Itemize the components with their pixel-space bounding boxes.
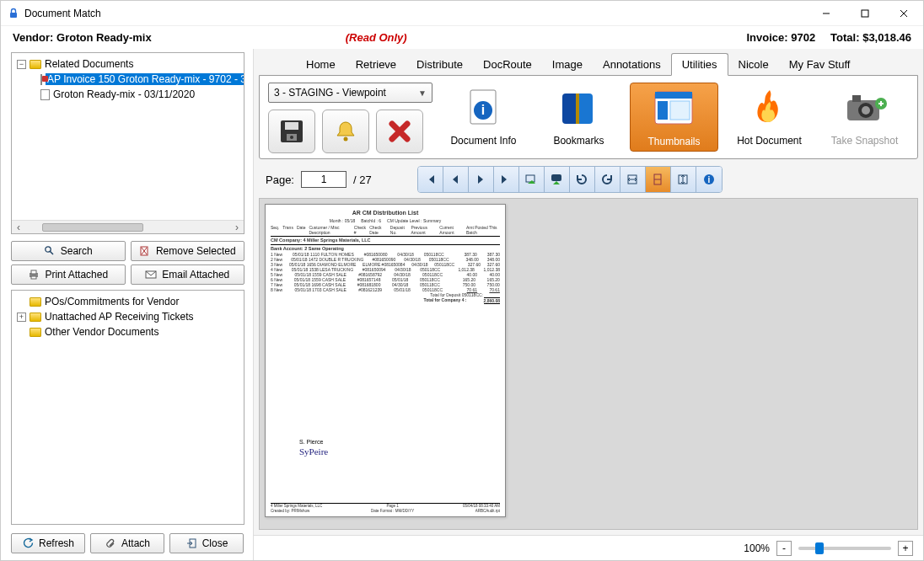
- tab-home[interactable]: Home: [296, 54, 346, 75]
- horizontal-scrollbar[interactable]: ‹ ›: [12, 220, 244, 233]
- document-info-button[interactable]: i Document Info: [439, 83, 528, 150]
- fit-height-button[interactable]: [671, 167, 696, 192]
- chevron-down-icon: ▼: [418, 88, 427, 98]
- x-icon: [385, 117, 414, 146]
- bookmarks-button[interactable]: Bookmarks: [535, 83, 623, 150]
- hot-document-button[interactable]: Hot Document: [725, 83, 814, 150]
- tree-item[interactable]: Other Vendor Documents: [12, 324, 244, 339]
- svg-point-31: [862, 106, 870, 115]
- scroll-thumb[interactable]: [42, 223, 143, 232]
- folder-icon: [30, 297, 41, 307]
- svg-text:i: i: [707, 175, 710, 184]
- collapse-icon[interactable]: −: [17, 60, 26, 69]
- refresh-button[interactable]: Refresh: [11, 533, 85, 553]
- email-icon: [145, 269, 157, 280]
- page-info-button[interactable]: i: [696, 167, 722, 192]
- folder-icon: [30, 328, 41, 337]
- expand-icon[interactable]: +: [17, 313, 26, 322]
- book-icon: [555, 84, 602, 131]
- refresh-icon: [22, 537, 34, 549]
- tree-item[interactable]: AP Invoice 150 Groton Ready-mix - 9702 -…: [12, 72, 244, 87]
- document-info-icon: i: [459, 84, 507, 131]
- scroll-left-icon[interactable]: ‹: [12, 222, 25, 233]
- zoom-in-button[interactable]: +: [898, 541, 913, 556]
- svg-rect-35: [526, 175, 535, 182]
- maximize-button[interactable]: [846, 1, 884, 26]
- svg-point-5: [46, 247, 51, 252]
- delete-button[interactable]: [376, 110, 423, 153]
- folder-icon: [30, 313, 41, 322]
- save-button[interactable]: [268, 110, 315, 153]
- last-page-button[interactable]: [494, 167, 519, 192]
- remove-selected-button[interactable]: Remove Selected: [131, 241, 245, 261]
- attach-icon: [105, 537, 116, 549]
- left-panel: − Related Documents AP Invoice 150 Groto…: [1, 49, 254, 560]
- minimize-button[interactable]: [807, 1, 846, 26]
- prev-page-button[interactable]: [443, 167, 469, 192]
- staging-combo[interactable]: 3 - STAGING - Viewpoint ▼: [268, 83, 432, 103]
- svg-text:i: i: [481, 103, 485, 117]
- tree-item[interactable]: + Unattached AP Receiving Tickets: [12, 309, 244, 324]
- viewer-panel: Home Retrieve Distribute DocRoute Image …: [254, 49, 923, 560]
- svg-rect-0: [10, 13, 17, 18]
- close-button[interactable]: Close: [169, 533, 244, 553]
- tab-myfavstuff[interactable]: My Fav Stuff: [779, 54, 861, 75]
- related-documents-tree[interactable]: − Related Documents AP Invoice 150 Groto…: [11, 52, 244, 234]
- tree-item[interactable]: POs/Commitments for Vendor: [12, 294, 244, 309]
- tab-nicole[interactable]: Nicole: [728, 54, 779, 75]
- tab-distribute[interactable]: Distribute: [406, 54, 473, 75]
- tab-annotations[interactable]: Annotations: [593, 54, 671, 75]
- tab-image[interactable]: Image: [542, 54, 593, 75]
- page-label: Page:: [266, 174, 294, 186]
- svg-point-18: [290, 136, 293, 139]
- rotate-left-button[interactable]: [570, 167, 595, 192]
- total-label: Total: $3,018.46: [830, 31, 911, 44]
- close-window-button[interactable]: [884, 1, 923, 26]
- document-viewer[interactable]: AR CM Distribution List Month : 05/18 Ba…: [259, 198, 918, 530]
- printer-icon: [28, 269, 40, 280]
- vendor-name: Groton Ready-mix: [56, 31, 152, 44]
- bell-button[interactable]: [322, 110, 369, 153]
- email-attached-button[interactable]: Email Attached: [131, 264, 245, 285]
- svg-line-6: [50, 252, 53, 255]
- invoice-label: Invoice: 9702: [746, 31, 815, 44]
- tab-retrieve[interactable]: Retrieve: [346, 54, 406, 75]
- svg-rect-12: [31, 276, 36, 279]
- document-icon: [40, 89, 50, 100]
- fit-page-button[interactable]: [646, 167, 671, 192]
- fire-icon: [746, 84, 793, 131]
- fit-width-button[interactable]: [620, 167, 646, 192]
- tab-bar: Home Retrieve Distribute DocRoute Image …: [254, 49, 923, 75]
- nav-tool-button[interactable]: [545, 167, 570, 192]
- signature: S. Pierce SyPeire: [299, 439, 328, 457]
- take-snapshot-button[interactable]: Take Snapshot: [820, 83, 909, 150]
- camera-icon: [841, 84, 889, 131]
- tree-root[interactable]: − Related Documents: [12, 56, 244, 72]
- page-total: / 27: [353, 174, 372, 186]
- page-number-input[interactable]: [301, 171, 346, 188]
- tree-item[interactable]: Groton Ready-mix - 03/11/2020: [12, 87, 244, 102]
- search-icon: [44, 245, 56, 257]
- attach-button[interactable]: Attach: [90, 533, 164, 553]
- svg-rect-34: [880, 101, 882, 106]
- zoom-slider[interactable]: [798, 547, 891, 550]
- nav-tool-button[interactable]: [519, 167, 545, 192]
- search-button[interactable]: Search: [11, 241, 126, 261]
- first-page-button[interactable]: [418, 167, 443, 192]
- tab-utilities[interactable]: Utilities: [671, 53, 728, 76]
- ribbon-toolbar: 3 - STAGING - Viewpoint ▼ i: [259, 75, 918, 159]
- svg-rect-36: [551, 174, 561, 181]
- svg-rect-11: [31, 270, 36, 274]
- vendor-documents-tree[interactable]: POs/Commitments for Vendor + Unattached …: [11, 290, 244, 525]
- zoom-out-button[interactable]: -: [776, 541, 792, 556]
- page-thumbnail[interactable]: AR CM Distribution List Month : 05/18 Ba…: [265, 204, 506, 517]
- thumbnails-button[interactable]: Thumbnails: [630, 83, 718, 152]
- scroll-right-icon[interactable]: ›: [230, 222, 244, 233]
- print-attached-button[interactable]: Print Attached: [11, 264, 126, 285]
- rotate-right-button[interactable]: [595, 167, 620, 192]
- svg-rect-26: [658, 101, 668, 120]
- close-icon: [185, 537, 197, 549]
- zoom-slider-knob[interactable]: [815, 542, 824, 554]
- next-page-button[interactable]: [469, 167, 494, 192]
- tab-docroute[interactable]: DocRoute: [473, 54, 542, 75]
